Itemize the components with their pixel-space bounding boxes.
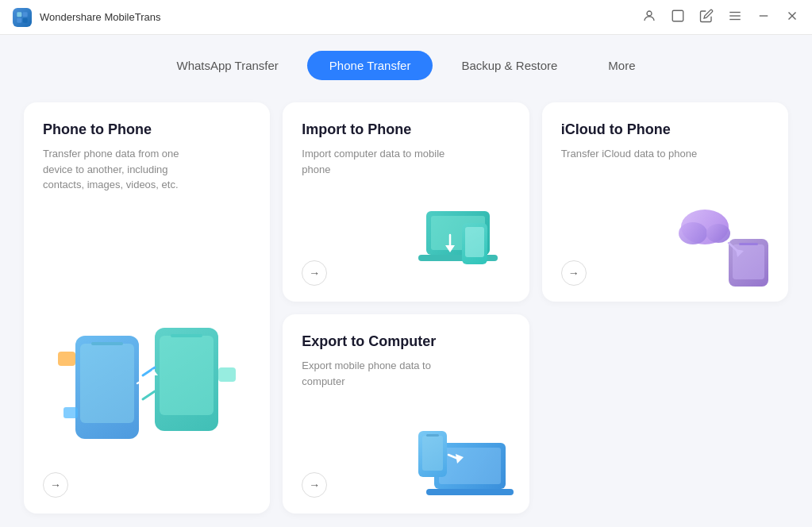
svg-rect-13 (80, 344, 134, 423)
svg-point-32 (679, 222, 707, 244)
tab-phone-transfer[interactable]: Phone Transfer (307, 51, 433, 80)
card-export-arrow[interactable]: → (302, 472, 327, 498)
nav-bar: WhatsApp Transfer Phone Transfer Backup … (0, 35, 812, 94)
svg-rect-16 (160, 336, 214, 415)
svg-point-33 (706, 224, 730, 243)
card-import-to-phone[interactable]: Import to Phone Import computer data to … (283, 102, 529, 302)
card-icloud-arrow[interactable]: → (561, 260, 587, 286)
card-icloud-to-phone[interactable]: iCloud to Phone Transfer iCloud data to … (542, 102, 788, 302)
menu-icon[interactable] (728, 9, 742, 25)
card-export-to-computer[interactable]: Export to Computer Export mobile phone d… (283, 314, 529, 514)
card-icloud-desc: Transfer iCloud data to phone (561, 146, 720, 162)
profile-icon[interactable] (642, 9, 656, 25)
tab-whatsapp-transfer[interactable]: WhatsApp Transfer (154, 51, 300, 80)
svg-rect-30 (739, 243, 758, 245)
svg-rect-37 (426, 489, 514, 495)
svg-rect-0 (17, 12, 21, 17)
tab-more[interactable]: More (586, 51, 657, 80)
app-icon (13, 8, 32, 27)
svg-rect-14 (91, 342, 123, 345)
close-button[interactable] (785, 9, 799, 25)
card-phone-to-phone[interactable]: Phone to Phone Transfer phone data from … (24, 102, 270, 514)
card-import-desc: Import computer data to mobile phone (302, 146, 460, 177)
minimize-button[interactable] (756, 9, 771, 25)
svg-rect-20 (63, 407, 78, 418)
svg-rect-2 (17, 17, 21, 22)
svg-rect-39 (422, 436, 443, 471)
svg-rect-26 (465, 227, 484, 257)
svg-rect-5 (672, 10, 683, 21)
svg-rect-18 (58, 352, 75, 366)
card-phone-to-phone-arrow[interactable]: → (43, 472, 68, 498)
app-title: Wondershare MobileTrans (40, 11, 160, 23)
card-import-arrow[interactable]: → (302, 260, 327, 286)
titlebar: Wondershare MobileTrans (0, 0, 812, 35)
card-phone-to-phone-title: Phone to Phone (43, 121, 251, 138)
card-export-title: Export to Computer (302, 333, 510, 350)
edit-icon[interactable] (699, 9, 714, 25)
svg-rect-19 (218, 367, 236, 382)
card-export-desc: Export mobile phone data to computer (302, 358, 460, 389)
card-icloud-title: iCloud to Phone (561, 121, 769, 138)
svg-rect-17 (171, 334, 202, 337)
svg-rect-1 (23, 12, 28, 17)
svg-point-4 (647, 11, 652, 16)
main-content: Phone to Phone Transfer phone data from … (0, 94, 812, 527)
svg-rect-40 (426, 434, 439, 437)
svg-rect-36 (439, 448, 501, 484)
bookmark-icon[interactable] (671, 9, 685, 25)
card-import-title: Import to Phone (302, 121, 510, 138)
card-phone-to-phone-desc: Transfer phone data from one device to a… (43, 146, 202, 193)
tab-backup-restore[interactable]: Backup & Restore (439, 51, 579, 80)
titlebar-left: Wondershare MobileTrans (13, 8, 160, 27)
svg-rect-3 (23, 17, 28, 22)
titlebar-controls (642, 9, 799, 25)
